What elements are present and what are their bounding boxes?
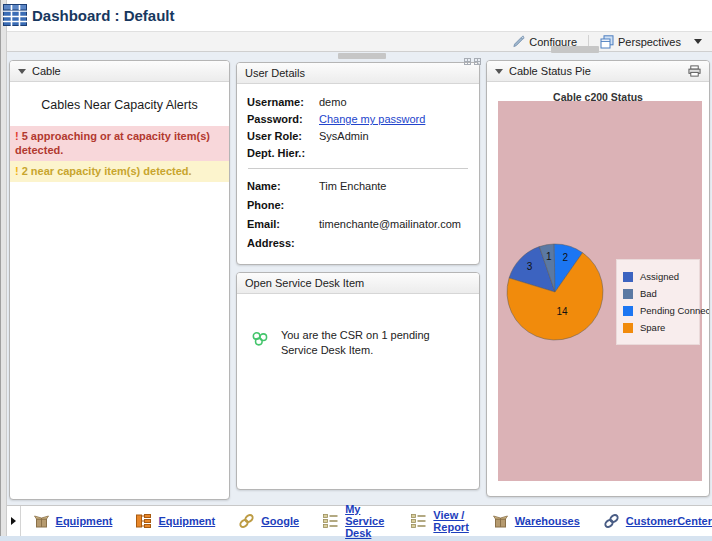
field-row-name: Name: Tim Enchante	[247, 180, 469, 192]
green-links-icon	[251, 328, 269, 350]
legend-swatch	[623, 306, 633, 316]
alert-text: 2 near capacity item(s) detected.	[22, 165, 192, 177]
shortcut-label: My Service Desk	[345, 503, 387, 539]
shortcut-label: CustomerCenter	[626, 515, 712, 527]
legend-label: Assigned	[640, 271, 679, 282]
service-desk-panel: Open Service Desk Item You are the CSR o…	[236, 272, 480, 490]
field-row-user-role: User Role: SysAdmin	[247, 130, 469, 142]
shortcut-warehouses[interactable]: Warehouses	[492, 513, 580, 529]
user-details-header[interactable]: User Details	[237, 63, 479, 84]
shortcut-equipment-2[interactable]: Equipment	[135, 513, 215, 529]
shortcut-google[interactable]: Google	[238, 513, 299, 529]
perspectives-label: Perspectives	[618, 36, 681, 48]
legend-item: Spare	[623, 319, 693, 336]
pie-slice-value: 2	[563, 252, 569, 263]
pie-panel-title: Cable Status Pie	[509, 65, 591, 77]
user-details-panel: User Details Username: demo Password: Ch…	[236, 62, 480, 265]
shortcut-equipment-1[interactable]: Equipment	[33, 513, 113, 529]
service-desk-message: You are the CSR on 1 pending Service Des…	[281, 328, 463, 358]
legend-label: Spare	[640, 322, 665, 333]
column-drag-handle[interactable]	[551, 46, 599, 53]
shortcut-bar-expand-button[interactable]	[7, 506, 21, 536]
shortcut-bar: Equipment Equipment Google	[7, 505, 712, 536]
tree-icon	[135, 513, 152, 529]
collapse-triangle-icon[interactable]	[495, 69, 503, 74]
portlet-grips	[464, 58, 481, 65]
legend-swatch	[623, 272, 633, 282]
cable-panel-header[interactable]: Cable	[10, 61, 229, 82]
pie-slice-value: 3	[527, 261, 533, 272]
shortcut-label: Warehouses	[515, 515, 580, 527]
page-title: Dashboard : Default	[32, 7, 175, 24]
field-row-dept-hier: Dept. Hier.:	[247, 147, 469, 159]
legend-swatch	[623, 323, 633, 333]
field-label: Name:	[247, 180, 311, 192]
field-label: User Role:	[247, 130, 311, 142]
field-row-username: Username: demo	[247, 96, 469, 108]
legend-item: Assigned	[623, 268, 693, 285]
shortcut-label: View / Report	[433, 509, 468, 533]
cable-panel: Cable Cables Near Capacity Alerts !5 app…	[9, 60, 230, 500]
field-row-password: Password: Change my password	[247, 113, 469, 125]
field-row-phone: Phone:	[247, 199, 469, 211]
pie-slice-value: 14	[556, 306, 568, 317]
field-label: Password:	[247, 113, 311, 125]
field-label: Email:	[247, 218, 311, 230]
shortcut-customercenter[interactable]: CustomerCenter	[603, 513, 712, 529]
field-label: Address:	[247, 237, 311, 249]
list-icon	[322, 513, 339, 529]
window-left-edge	[0, 0, 7, 536]
arrow-right-icon	[11, 517, 16, 525]
service-desk-title: Open Service Desk Item	[245, 277, 364, 289]
shortcut-label: Equipment	[56, 515, 113, 527]
perspectives-dropdown-caret[interactable]	[694, 39, 702, 44]
exclamation-icon: !	[15, 130, 19, 142]
configure-pencil-icon	[512, 35, 525, 48]
field-value: timenchante@mailinator.com	[319, 218, 461, 230]
legend-label: Bad	[640, 288, 657, 299]
pie-panel-header[interactable]: Cable Status Pie	[487, 61, 709, 82]
field-value: demo	[319, 96, 347, 108]
perspectives-button[interactable]: Perspectives	[597, 34, 684, 50]
legend-item: Bad	[623, 285, 693, 302]
field-label: Phone:	[247, 199, 311, 211]
field-value: SysAdmin	[319, 130, 369, 142]
cable-panel-title: Cable	[32, 65, 61, 77]
field-value: Tim Enchante	[319, 180, 386, 192]
field-row-address: Address:	[247, 237, 469, 249]
exclamation-icon: !	[15, 165, 19, 177]
list-icon	[410, 513, 427, 529]
shortcut-label: Equipment	[158, 515, 215, 527]
service-desk-header[interactable]: Open Service Desk Item	[237, 273, 479, 294]
legend-label: Pending Connect	[640, 305, 710, 316]
column-drag-handle[interactable]	[338, 53, 386, 59]
service-desk-body: You are the CSR on 1 pending Service Des…	[237, 294, 479, 358]
user-details-title: User Details	[245, 67, 305, 79]
field-row-email: Email: timenchante@mailinator.com	[247, 218, 469, 230]
change-password-link[interactable]: Change my password	[319, 113, 425, 125]
shortcut-view-report[interactable]: View / Report	[410, 509, 468, 533]
printer-icon[interactable]	[688, 65, 701, 77]
package-icon	[33, 513, 50, 529]
portlet-grip-icon[interactable]	[464, 58, 471, 65]
cable-status-pie-panel: Cable Status Pie Cable c200 Status 31214…	[486, 60, 710, 497]
section-divider	[248, 168, 468, 169]
field-label: Dept. Hier.:	[247, 147, 311, 159]
perspectives-windows-icon	[600, 35, 614, 49]
package-icon	[492, 513, 509, 529]
pie-plot-area: 31214 Assigned Bad Pending Connect Spare	[498, 101, 702, 481]
table-grid-icon	[3, 4, 27, 26]
legend-swatch	[623, 289, 633, 299]
link-icon	[238, 513, 255, 529]
capacity-alert-warning: !2 near capacity item(s) detected.	[10, 161, 229, 182]
dashboard-window: Dashboard : Default Configure Perspectiv…	[0, 0, 712, 541]
portlet-grip-icon[interactable]	[474, 58, 481, 65]
shortcut-my-service-desk[interactable]: My Service Desk	[322, 503, 387, 539]
capacity-alert-critical: !5 approaching or at capacity item(s) de…	[10, 126, 229, 161]
dashboard-toolbar: Configure Perspectives	[7, 31, 712, 52]
shortcut-links: Equipment Equipment Google	[21, 503, 712, 539]
shortcut-label: Google	[261, 515, 299, 527]
user-details-body: Username: demo Password: Change my passw…	[237, 84, 479, 249]
alerts-title: Cables Near Capacity Alerts	[10, 98, 229, 112]
collapse-triangle-icon[interactable]	[18, 69, 26, 74]
